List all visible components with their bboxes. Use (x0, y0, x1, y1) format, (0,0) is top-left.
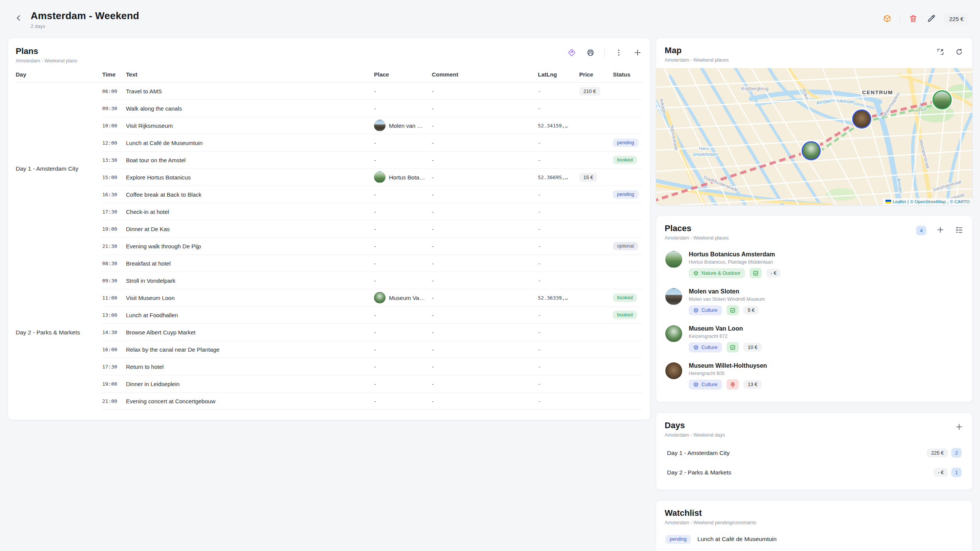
plan-time: 15:00 (102, 174, 126, 180)
page-title: Amsterdam - Weekend (31, 10, 139, 22)
print-button[interactable] (586, 48, 595, 59)
plan-comment-value: - (432, 174, 434, 181)
days-subtitle: Amsterdam - Weekend days (665, 432, 725, 438)
place-badges: Culture13 € (689, 379, 767, 390)
watchlist-subtitle: Amsterdam - Weekend pending/constraints (665, 520, 756, 525)
day-row[interactable]: Day 1 - Amsterdam City225 €2 (665, 443, 964, 463)
plan-row[interactable]: 21:30Evening walk through De Pijp---opti… (102, 238, 642, 255)
route-optimize-button[interactable] (567, 48, 577, 59)
plan-row[interactable]: 16:30Coffee break at Back to Black---pen… (102, 186, 642, 203)
plan-comment: - (432, 209, 538, 215)
plan-row[interactable]: 12:00Lunch at Café de Museumtuin---pendi… (102, 134, 642, 152)
leaflet-link[interactable]: Leaflet (893, 199, 906, 204)
museum-willet-marker[interactable] (852, 109, 871, 129)
plan-place: - (374, 260, 432, 267)
export-button[interactable] (882, 13, 892, 25)
map-street-label: Snoekfontein (693, 152, 718, 156)
status-badge: booked (613, 156, 637, 165)
plan-comment: - (432, 243, 538, 249)
category-badge: Nature & Outdoor (689, 268, 745, 278)
place-avatar (374, 292, 385, 303)
osm-link[interactable]: © OpenStreetMap (910, 199, 946, 204)
plan-row[interactable]: 19:00Dinner at De Kas--- (102, 220, 642, 238)
plans-menu-button[interactable] (614, 48, 624, 59)
hortus-botanicus-marker[interactable] (933, 90, 952, 109)
watchlist-row[interactable]: pendingLunch at Café de Museumtuin (665, 531, 964, 548)
plan-row[interactable]: 14:30Browse Albert Cuyp Market--- (102, 324, 642, 341)
plan-row[interactable]: 09:30Walk along the canals--- (102, 100, 642, 117)
plan-place-empty: - (374, 312, 376, 318)
category-label: Culture (701, 308, 717, 313)
place-name: Museum Willet-Holthuysen (689, 362, 767, 369)
plan-row[interactable]: 16:00Relax by the canal near De Plantage… (102, 341, 642, 358)
pin-icon (730, 381, 736, 388)
plan-place: Museum Va… (374, 292, 432, 303)
plan-row[interactable]: 08:30Breakfast at hotel--- (102, 255, 642, 272)
plan-place-empty: - (374, 191, 376, 198)
place-name: Molen van Sloten (689, 288, 765, 295)
places-list: Hortus Botanicus AmsterdamHortus Botanic… (665, 246, 964, 395)
plan-row[interactable]: 17:30Check-in at hotel--- (102, 203, 642, 220)
plan-time: 17:30 (102, 364, 126, 370)
plan-row[interactable]: 15:00Explore Hortus BotanicusHortus Bota… (102, 169, 642, 186)
plan-row[interactable]: 11:00Visit Museum LoonMuseum Va…-52.3633… (102, 289, 642, 306)
category-label: Nature & Outdoor (701, 271, 740, 276)
plan-comment-value: - (432, 277, 434, 284)
day-row[interactable]: Day 2 - Parks & Markets- €1 (665, 463, 964, 482)
place-info: Museum Willet-HolthuysenHerengracht 605C… (689, 362, 767, 390)
watchlist-row[interactable]: pendingCoffee break at Back to Black (665, 548, 964, 551)
check-icon (730, 344, 736, 350)
place-item[interactable]: Museum Van LoonKeizersgracht 672Culture1… (665, 320, 964, 357)
place-badges: Culture10 € (689, 342, 761, 352)
edit-trip-button[interactable] (926, 13, 936, 25)
visited-check-badge (727, 305, 739, 315)
plan-row[interactable]: 10:00Visit RijksmuseumMolen van …-52.341… (102, 117, 642, 134)
plan-comment-value: - (432, 122, 434, 129)
add-plan-button[interactable] (633, 48, 642, 59)
plan-row[interactable]: 13:00Lunch at Foodhallen---booked (102, 306, 642, 324)
place-name: Hortus Botanicus Amsterdam (689, 251, 781, 258)
back-button[interactable] (11, 11, 26, 26)
plan-place: - (374, 157, 432, 163)
carto-link[interactable]: © CARTO (950, 199, 970, 204)
places-list-view-button[interactable] (954, 225, 964, 236)
plan-row[interactable]: 17:30Return to hotel--- (102, 358, 642, 375)
status-badge: optional (613, 242, 638, 251)
plan-time: 12:00 (102, 140, 126, 146)
visited-check-badge (750, 268, 762, 278)
days-title: Days (665, 421, 725, 430)
price-badge: 210 € (579, 87, 600, 96)
place-subtitle: Keizersgracht 672 (689, 334, 761, 339)
delete-trip-button[interactable] (908, 13, 918, 25)
plan-row[interactable]: 09:30Stroll in Vondelpark--- (102, 272, 642, 289)
plan-place: - (374, 398, 432, 404)
place-info: Hortus Botanicus AmsterdamHortus Botanic… (689, 251, 781, 278)
plan-row[interactable]: 21:00Evening concert at Concertgebouw--- (102, 393, 642, 410)
place-item[interactable]: Museum Willet-HolthuysenHerengracht 605C… (665, 357, 964, 395)
price-badge: 15 € (579, 173, 597, 182)
map-refresh-button[interactable] (954, 47, 964, 58)
plan-comment-value: - (432, 140, 434, 146)
plan-text: Breakfast at hotel (126, 260, 374, 267)
place-item[interactable]: Hortus Botanicus AmsterdamHortus Botanic… (665, 246, 964, 283)
add-place-button[interactable] (936, 225, 945, 236)
plan-text: Lunch at Café de Museumtuin (126, 140, 374, 146)
plan-place-empty: - (374, 260, 376, 267)
add-day-button[interactable] (954, 422, 964, 433)
pencil-icon (927, 14, 936, 24)
plan-latlng: - (538, 209, 579, 215)
leaflet-map[interactable]: KrijtbergbrugRokinAmstelAmstelCENTRUMWat… (656, 68, 972, 205)
plan-row[interactable]: 19:00Dinner in Leidseplein--- (102, 375, 642, 393)
museum-van-loon-marker[interactable] (802, 141, 821, 160)
plan-time: 19:00 (102, 381, 126, 387)
plan-comment: - (432, 346, 538, 353)
plan-time: 08:30 (102, 261, 126, 266)
watch-status-badge: pending (665, 535, 691, 544)
plan-row[interactable]: 06:00Travel to AMS---210 € (102, 83, 642, 100)
plan-latlng: - (538, 157, 579, 163)
plan-time: 09:30 (102, 278, 126, 284)
place-item[interactable]: Molen van SlotenMolen van Sloten Windmil… (665, 283, 964, 320)
plan-time: 14:30 (102, 329, 126, 335)
map-fullscreen-button[interactable] (936, 47, 945, 58)
plan-row[interactable]: 13:30Boat tour on the Amstel---booked (102, 152, 642, 169)
